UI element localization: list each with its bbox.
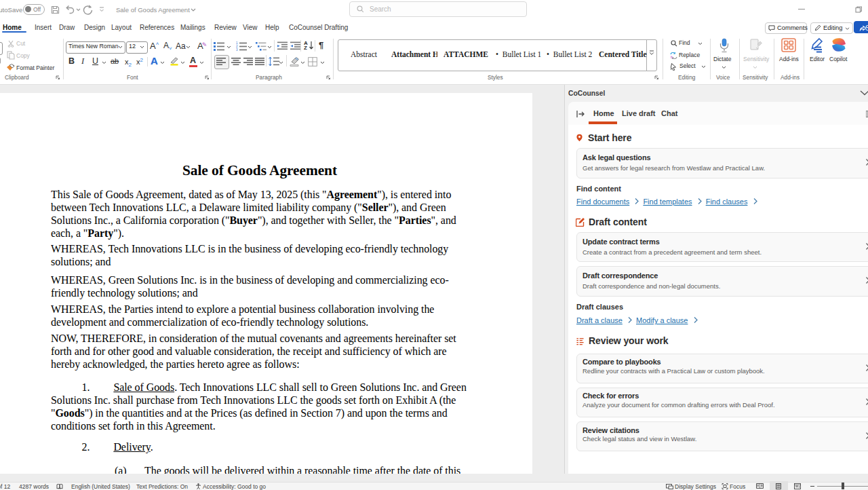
svg-text:b: b — [671, 55, 673, 59]
svg-text:3: 3 — [236, 48, 238, 51]
